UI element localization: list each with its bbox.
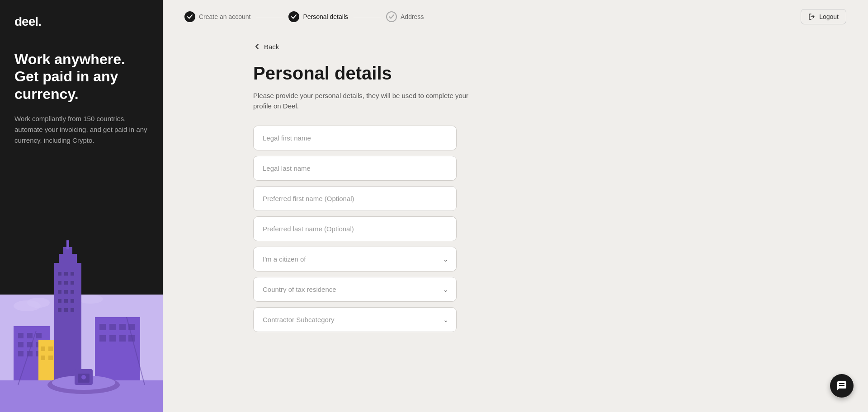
legal-last-name-input[interactable] <box>253 156 457 181</box>
svg-rect-43 <box>41 346 45 351</box>
legal-first-name-input[interactable] <box>253 126 457 150</box>
svg-rect-27 <box>18 342 24 347</box>
right-panel: Create an account Personal details <box>163 0 868 412</box>
svg-point-3 <box>78 295 103 304</box>
tax-residence-select[interactable]: Country of tax residence <box>253 277 457 302</box>
svg-rect-35 <box>109 324 116 330</box>
personal-details-form: I'm a citizen of ⌄ Country of tax reside… <box>253 126 457 332</box>
logout-icon <box>808 13 816 20</box>
illustration <box>0 240 163 412</box>
chat-icon <box>836 380 847 391</box>
top-nav: Create an account Personal details <box>163 0 868 33</box>
hero-subtitle: Work compliantly from 150 countries, aut… <box>14 113 148 146</box>
svg-rect-45 <box>41 356 45 360</box>
contractor-subcategory-wrapper: Contractor Subcategory ⌄ <box>253 307 457 332</box>
main-content: Back Personal details Please provide you… <box>163 33 705 359</box>
svg-rect-18 <box>64 299 68 303</box>
step-personal-details-label: Personal details <box>303 13 348 20</box>
back-label: Back <box>264 43 279 51</box>
svg-rect-12 <box>64 281 68 285</box>
svg-rect-46 <box>48 356 53 360</box>
citizen-of-wrapper: I'm a citizen of ⌄ <box>253 247 457 272</box>
svg-rect-25 <box>27 333 33 338</box>
back-link[interactable]: Back <box>253 42 615 51</box>
svg-rect-36 <box>119 324 126 330</box>
page-title: Personal details <box>253 63 615 84</box>
svg-rect-17 <box>58 299 61 303</box>
step-create-account-icon <box>184 11 195 22</box>
step-create-account-label: Create an account <box>199 13 250 20</box>
svg-point-2 <box>27 298 50 308</box>
left-panel: deel. Work anywhere.Get paid in anycurre… <box>0 0 163 412</box>
step-connector-2 <box>354 17 381 17</box>
step-create-account: Create an account <box>184 11 250 22</box>
preferred-first-name-input[interactable] <box>253 186 457 211</box>
brand-logo: deel. <box>14 14 148 29</box>
citizen-of-select[interactable]: I'm a citizen of <box>253 247 457 272</box>
step-address-label: Address <box>401 13 424 20</box>
svg-rect-40 <box>119 335 126 342</box>
tax-residence-wrapper: Country of tax residence ⌄ <box>253 277 457 302</box>
svg-rect-15 <box>64 290 68 294</box>
svg-rect-34 <box>99 324 106 330</box>
svg-rect-11 <box>58 281 61 285</box>
logout-label: Logout <box>819 13 839 20</box>
svg-rect-4 <box>54 263 81 380</box>
svg-rect-19 <box>71 299 74 303</box>
hero-title: Work anywhere.Get paid in anycurrency. <box>14 51 148 103</box>
step-address-icon <box>386 11 397 22</box>
svg-rect-39 <box>109 335 116 342</box>
step-address: Address <box>386 11 424 22</box>
svg-point-54 <box>81 375 86 379</box>
svg-rect-8 <box>58 272 61 276</box>
stepper: Create an account Personal details <box>184 11 424 22</box>
svg-rect-38 <box>99 335 106 342</box>
svg-rect-9 <box>64 272 68 276</box>
svg-rect-16 <box>71 290 74 294</box>
svg-rect-22 <box>71 308 74 312</box>
svg-rect-10 <box>71 272 74 276</box>
step-personal-details: Personal details <box>288 11 348 22</box>
svg-rect-21 <box>64 308 68 312</box>
svg-rect-24 <box>18 333 24 338</box>
step-personal-details-icon <box>288 11 299 22</box>
svg-rect-13 <box>71 281 74 285</box>
back-arrow-icon <box>253 42 261 51</box>
svg-rect-44 <box>48 346 53 351</box>
svg-rect-20 <box>58 308 61 312</box>
logout-button[interactable]: Logout <box>801 9 846 24</box>
page-description: Please provide your personal details, th… <box>253 91 479 111</box>
svg-rect-30 <box>18 351 24 356</box>
preferred-last-name-input[interactable] <box>253 216 457 241</box>
svg-rect-26 <box>36 333 42 338</box>
chat-button[interactable] <box>830 374 854 398</box>
step-connector-1 <box>256 17 283 17</box>
svg-rect-14 <box>58 290 61 294</box>
contractor-subcategory-select[interactable]: Contractor Subcategory <box>253 307 457 332</box>
svg-rect-7 <box>66 240 69 249</box>
